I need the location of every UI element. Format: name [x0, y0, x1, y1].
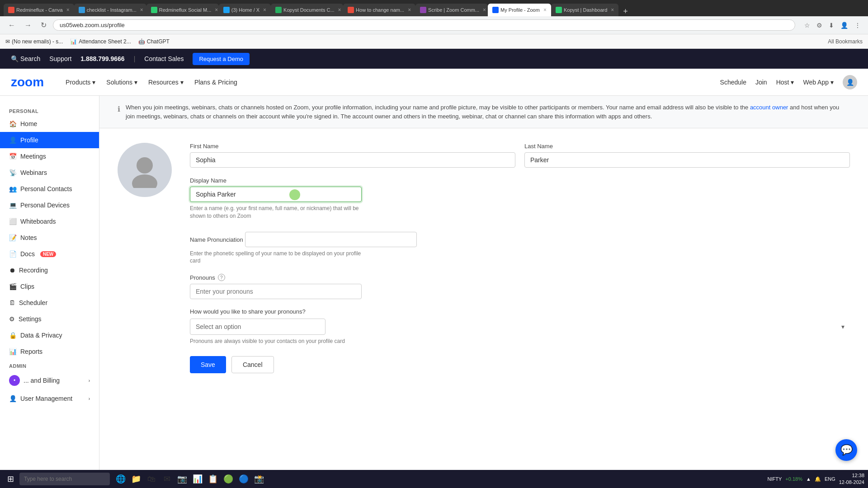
contact-sales-link[interactable]: Contact Sales: [144, 55, 184, 62]
taskbar-app-excel[interactable]: 📊: [190, 472, 205, 486]
start-button[interactable]: ⊞: [4, 472, 18, 486]
avatar[interactable]: [118, 143, 172, 197]
new-tab-button[interactable]: +: [620, 7, 631, 16]
taskbar-app-teams[interactable]: 📋: [206, 472, 220, 486]
tab-close[interactable]: ×: [65, 7, 70, 13]
sidebar-item-billing[interactable]: • ... and Billing ›: [0, 371, 99, 390]
notification-area[interactable]: 🔔: [815, 476, 821, 482]
sidebar-item-profile[interactable]: 👤 Profile: [0, 132, 99, 148]
join-button[interactable]: Join: [755, 79, 767, 86]
support-link[interactable]: Support: [49, 55, 71, 62]
tab-close[interactable]: ×: [138, 7, 143, 13]
tab-close[interactable]: ×: [406, 7, 411, 13]
tab-kopyst-dashboard[interactable]: Kopyst | Dashboard ×: [551, 4, 618, 16]
back-button[interactable]: ←: [5, 19, 18, 31]
reports-icon: 📊: [9, 348, 17, 355]
webinars-icon: 📡: [9, 169, 17, 176]
sidebar-item-label: Profile: [20, 136, 38, 144]
pronunciation-label: Name Pronunciation: [190, 236, 243, 243]
whiteboard-icon: ⬜: [9, 218, 17, 225]
sidebar-item-meetings[interactable]: 📅 Meetings: [0, 148, 99, 164]
tab-close[interactable]: ×: [481, 7, 486, 13]
sidebar-item-whiteboards[interactable]: ⬜ Whiteboards: [0, 213, 99, 230]
tab-close[interactable]: ×: [336, 7, 341, 13]
share-pronouns-select[interactable]: Select an option Always share Ask every …: [190, 319, 326, 335]
address-input[interactable]: [53, 19, 795, 31]
taskbar-app-photos[interactable]: 📷: [175, 472, 189, 486]
display-name-row: Display Name Enter a name (e.g. your fir…: [190, 177, 850, 220]
chat-bubble[interactable]: 💬: [835, 439, 857, 461]
request-demo-button[interactable]: Request a Demo: [193, 53, 250, 65]
cancel-button[interactable]: Cancel: [231, 356, 274, 373]
tab-close[interactable]: ×: [261, 7, 266, 13]
user-profile-button[interactable]: 👤: [839, 20, 850, 31]
bookmark-button[interactable]: ☆: [802, 20, 812, 31]
sidebar-item-label: Data & Privacy: [20, 332, 62, 339]
schedule-button[interactable]: Schedule: [720, 79, 746, 86]
sidebar-item-scheduler[interactable]: 🗓 Scheduler: [0, 295, 99, 311]
nav-products[interactable]: Products ▾: [66, 79, 95, 86]
sidebar-item-clips[interactable]: 🎬 Clips: [0, 278, 99, 295]
tab-instagram[interactable]: checklist - Instagram... ×: [74, 4, 146, 16]
tab-close[interactable]: ×: [213, 7, 218, 13]
reload-button[interactable]: ↻: [38, 19, 49, 31]
zoom-logo[interactable]: zoom: [11, 75, 44, 89]
last-name-input[interactable]: [524, 152, 850, 168]
search-link[interactable]: 🔍 Search: [11, 55, 40, 62]
pronunciation-input[interactable]: [245, 232, 417, 247]
display-name-input[interactable]: [190, 187, 362, 202]
account-owner-link[interactable]: account owner: [750, 104, 788, 111]
taskbar-app-files[interactable]: 📁: [129, 472, 143, 486]
sidebar-item-recording[interactable]: ⏺ Recording: [0, 262, 99, 278]
sidebar-item-label: Reports: [20, 348, 42, 355]
sidebar-item-data-privacy[interactable]: 🔒 Data & Privacy: [0, 327, 99, 343]
all-bookmarks[interactable]: All Bookmarks: [828, 38, 863, 45]
taskbar-app-camera[interactable]: 📸: [252, 472, 266, 486]
forward-button[interactable]: →: [22, 19, 34, 31]
sidebar-item-webinars[interactable]: 📡 Webinars: [0, 164, 99, 181]
taskbar-search-input[interactable]: [19, 473, 110, 485]
host-button[interactable]: Host ▾: [776, 79, 794, 86]
bookmark-attendance[interactable]: 📊 Attendance Sheet 2...: [70, 38, 131, 45]
taskbar-app-kopyst[interactable]: 🟢: [221, 472, 236, 486]
devices-icon: 💻: [9, 202, 17, 209]
taskbar-app-mail[interactable]: ✉: [160, 472, 174, 486]
menu-button[interactable]: ⋮: [853, 20, 863, 31]
tab-how-to[interactable]: How to change nam... ×: [343, 4, 415, 16]
save-button[interactable]: Save: [190, 356, 226, 373]
nav-plans-pricing[interactable]: Plans & Pricing: [194, 79, 237, 86]
taskbar-app-chrome[interactable]: 🔵: [236, 472, 251, 486]
bookmark-chatgpt[interactable]: 🤖 ChatGPT: [138, 38, 170, 45]
first-name-input[interactable]: [190, 152, 515, 168]
pronouns-input[interactable]: [190, 284, 362, 299]
tab-canva[interactable]: Redmineflux - Canva ×: [4, 4, 74, 16]
nav-solutions[interactable]: Solutions ▾: [106, 79, 137, 86]
tab-zoom-profile[interactable]: My Profile - Zoom ×: [488, 4, 551, 16]
tab-label: How to change nam...: [356, 7, 404, 13]
tab-redmineflux[interactable]: Redmineflux Social M... ×: [146, 4, 219, 16]
sidebar-item-settings[interactable]: ⚙ Settings: [0, 311, 99, 327]
tab-kopyst-docs[interactable]: Kopyst Documents C... ×: [271, 4, 343, 16]
sidebar-item-user-management[interactable]: 👤 User Management ›: [0, 390, 99, 407]
sidebar-item-personal-devices[interactable]: 💻 Personal Devices: [0, 197, 99, 213]
sidebar-item-personal-contacts[interactable]: 👥 Personal Contacts: [0, 181, 99, 197]
webapp-button[interactable]: Web App ▾: [803, 79, 834, 86]
sidebar-item-docs[interactable]: 📄 Docs NEW: [0, 246, 99, 262]
sidebar-item-notes[interactable]: 📝 Notes: [0, 230, 99, 246]
tab-scribe[interactable]: Scribe | Zoom Comm... ×: [415, 4, 488, 16]
bookmark-email[interactable]: ✉ (No new emails) - s...: [5, 38, 63, 45]
profile-icon: 👤: [9, 136, 17, 144]
nav-resources[interactable]: Resources ▾: [148, 79, 184, 86]
tab-twitter[interactable]: (3) Home / X ×: [219, 4, 271, 16]
pronouns-info-icon[interactable]: ?: [218, 274, 225, 281]
taskbar-app-edge[interactable]: 🌐: [113, 472, 128, 486]
name-row: First Name Last Name: [190, 143, 850, 168]
tab-close[interactable]: ×: [542, 7, 547, 13]
sidebar-item-home[interactable]: 🏠 Home: [0, 116, 99, 132]
tab-close[interactable]: ×: [609, 7, 614, 13]
taskbar-app-store[interactable]: 🛍: [144, 472, 159, 486]
user-avatar[interactable]: 👤: [843, 75, 857, 89]
extensions-button[interactable]: ⚙: [815, 20, 824, 31]
download-button[interactable]: ⬇: [827, 20, 836, 31]
sidebar-item-reports[interactable]: 📊 Reports: [0, 343, 99, 360]
